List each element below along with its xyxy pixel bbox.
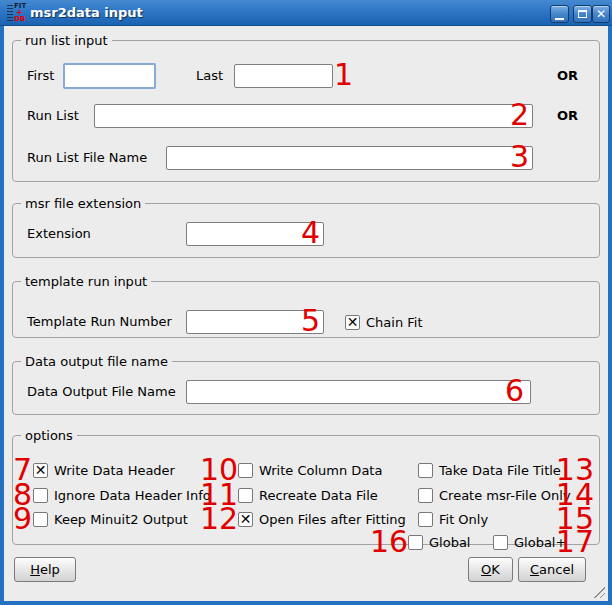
option-keep-minuit2-output: Keep Minuit2 Output bbox=[33, 509, 188, 529]
option-take-data-file-title: Take Data File Title bbox=[418, 460, 561, 480]
last-run-input[interactable] bbox=[234, 64, 333, 88]
dialog-content: run list input First Last 1 OR Run List … bbox=[4, 26, 608, 601]
global-plus-checkbox[interactable] bbox=[493, 535, 508, 550]
option-label: Fit Only bbox=[439, 512, 488, 527]
button-label: Help bbox=[30, 562, 60, 577]
recreate-data-file-checkbox[interactable] bbox=[238, 488, 253, 503]
global-checkbox[interactable] bbox=[408, 535, 423, 550]
option-write-column-data: Write Column Data bbox=[238, 460, 382, 480]
annotation-1: 1 bbox=[334, 61, 353, 88]
option-label: Keep Minuit2 Output bbox=[54, 512, 188, 527]
ignore-data-header-info-checkbox[interactable] bbox=[33, 488, 48, 503]
option-label: Create msr-File Only bbox=[439, 488, 571, 503]
window-title: msr2data input bbox=[30, 0, 143, 25]
check-mark: ✕ bbox=[240, 512, 252, 526]
option-recreate-data-file: Recreate Data File bbox=[238, 485, 378, 505]
run-list-file-name-input[interactable] bbox=[166, 146, 533, 170]
title-bar[interactable]: FIT + DB msr2data input ✕ bbox=[0, 0, 612, 26]
maximize-button[interactable] bbox=[573, 5, 592, 23]
maximize-icon bbox=[578, 10, 587, 18]
template-run-number-label: Template Run Number bbox=[27, 310, 172, 334]
data-output-file-name-input[interactable] bbox=[186, 380, 531, 404]
ok-button[interactable]: OK bbox=[468, 557, 513, 582]
first-run-input[interactable] bbox=[63, 63, 156, 89]
resize-grip[interactable] bbox=[591, 584, 605, 598]
option-label: Ignore Data Header Info bbox=[54, 488, 211, 503]
chain-fit-label: Chain Fit bbox=[366, 315, 423, 330]
msr-file-lines-icon bbox=[7, 5, 13, 21]
chain-fit-checkbox[interactable]: ✕ bbox=[345, 315, 360, 330]
option-ignore-data-header-info: Ignore Data Header Info bbox=[33, 485, 211, 505]
group-title: options bbox=[21, 427, 77, 444]
option-write-data-header: ✕ Write Data Header bbox=[33, 460, 175, 480]
write-data-header-checkbox[interactable]: ✕ bbox=[33, 463, 48, 478]
annotation-9: 9 bbox=[12, 505, 32, 532]
first-label: First bbox=[27, 64, 54, 88]
button-label: Cancel bbox=[530, 562, 574, 577]
create-msr-file-only-checkbox[interactable] bbox=[418, 488, 433, 503]
run-list-input[interactable] bbox=[94, 104, 533, 128]
option-label: Write Data Header bbox=[54, 463, 175, 478]
option-fit-only: Fit Only bbox=[418, 509, 488, 529]
check-mark: ✕ bbox=[35, 463, 47, 477]
button-label: OK bbox=[481, 562, 500, 577]
extension-label: Extension bbox=[27, 222, 91, 246]
option-label: Recreate Data File bbox=[259, 488, 378, 503]
data-output-file-name-label: Data Output File Name bbox=[27, 380, 176, 404]
dialog-window: FIT + DB msr2data input ✕ run list input… bbox=[0, 0, 612, 605]
run-list-label: Run List bbox=[27, 104, 79, 128]
minimize-icon bbox=[555, 18, 564, 20]
group-title: Data output file name bbox=[21, 353, 172, 370]
group-title: run list input bbox=[21, 32, 112, 49]
chain-fit-option: ✕ Chain Fit bbox=[345, 312, 423, 332]
option-label: Take Data File Title bbox=[439, 463, 561, 478]
annotation-6: 6 bbox=[505, 377, 524, 404]
annotation-2: 2 bbox=[510, 101, 529, 128]
help-button[interactable]: Help bbox=[14, 557, 76, 582]
close-button[interactable]: ✕ bbox=[592, 5, 610, 23]
option-label: Global bbox=[429, 535, 470, 550]
annotation-17: 17 bbox=[556, 528, 594, 555]
annotation-5: 5 bbox=[301, 307, 320, 334]
option-label: Write Column Data bbox=[259, 463, 382, 478]
cancel-button[interactable]: Cancel bbox=[518, 557, 586, 582]
icon-text-db: DB bbox=[14, 16, 25, 23]
group-title: template run input bbox=[21, 273, 151, 290]
minimize-button[interactable] bbox=[550, 5, 569, 23]
annotation-16: 16 bbox=[370, 528, 406, 555]
take-data-file-title-checkbox[interactable] bbox=[418, 463, 433, 478]
fit-only-checkbox[interactable] bbox=[418, 512, 433, 527]
close-icon: ✕ bbox=[596, 8, 606, 20]
last-label: Last bbox=[196, 64, 223, 88]
option-create-msr-file-only: Create msr-File Only bbox=[418, 485, 571, 505]
write-column-data-checkbox[interactable] bbox=[238, 463, 253, 478]
annotation-12: 12 bbox=[200, 505, 236, 532]
keep-minuit2-output-checkbox[interactable] bbox=[33, 512, 48, 527]
msr2data-app-icon: FIT + DB bbox=[7, 3, 27, 23]
or-label-top: OR bbox=[557, 64, 578, 88]
run-list-file-name-label: Run List File Name bbox=[27, 146, 147, 170]
annotation-3: 3 bbox=[510, 143, 529, 170]
group-title: msr file extension bbox=[21, 195, 145, 212]
check-mark: ✕ bbox=[347, 315, 359, 329]
option-global: Global bbox=[408, 532, 470, 552]
annotation-4: 4 bbox=[301, 219, 320, 246]
open-files-after-fitting-checkbox[interactable]: ✕ bbox=[238, 512, 253, 527]
or-label-mid: OR bbox=[557, 104, 578, 128]
